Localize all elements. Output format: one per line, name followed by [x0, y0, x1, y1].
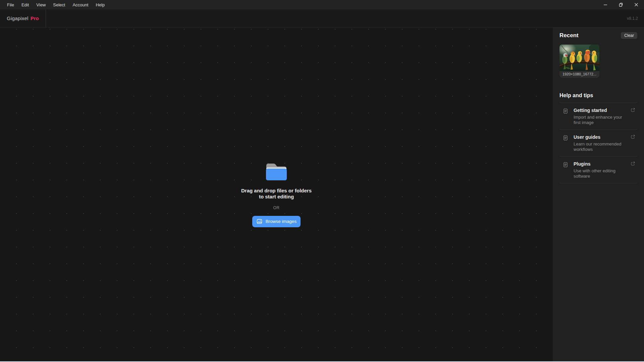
menu-help[interactable]: Help	[93, 1, 107, 8]
help-item-description: Learn our recommended workflows	[574, 141, 625, 152]
window-controls	[598, 0, 644, 9]
recent-item-card[interactable]: 1920×1080_16772...	[559, 45, 599, 78]
menu-file[interactable]: File	[5, 1, 16, 8]
minimize-button[interactable]	[598, 0, 613, 9]
menu-select[interactable]: Select	[51, 1, 67, 8]
help-item-texts: User guides Learn our recommended workfl…	[574, 134, 625, 152]
dropzone-title-line2: to start editing	[241, 194, 312, 200]
help-list: Getting started Import and enhance your …	[559, 103, 637, 183]
document-icon	[563, 108, 568, 114]
recent-thumbnail-parrots	[559, 45, 599, 71]
menubar: File Edit View Select Account Help	[0, 1, 107, 8]
recent-item-caption: 1920×1080_16772...	[559, 71, 599, 78]
dropzone-title: Drag and drop files or folders to start …	[241, 188, 312, 200]
external-link-icon	[631, 134, 635, 139]
dropzone-title-line1: Drag and drop files or folders	[241, 188, 312, 194]
external-link-icon	[631, 108, 635, 112]
or-divider-label: OR	[273, 205, 280, 210]
help-item-getting-started[interactable]: Getting started Import and enhance your …	[559, 103, 637, 129]
editor-canvas: Drag and drop files or folders to start …	[0, 27, 553, 361]
help-item-description: Use with other editing software	[574, 168, 625, 179]
recent-title: Recent	[559, 32, 579, 39]
help-item-title: Plugins	[574, 161, 625, 167]
document-icon	[563, 135, 568, 141]
version-label: v8.1.2	[627, 16, 644, 21]
menu-account[interactable]: Account	[70, 1, 91, 8]
close-icon	[634, 2, 639, 7]
help-item-plugins[interactable]: Plugins Use with other editing software	[559, 156, 637, 183]
tab-bar: Gigapixel Pro v8.1.2	[0, 9, 644, 27]
tab-gigapixel-pro[interactable]: Gigapixel Pro	[0, 9, 46, 27]
external-link-icon	[631, 161, 635, 166]
right-sidebar: Recent Clear	[553, 27, 644, 361]
folder-icon	[265, 162, 288, 181]
menu-edit[interactable]: Edit	[19, 1, 31, 8]
browse-images-button[interactable]: Browse images	[252, 216, 301, 227]
help-item-title: Getting started	[574, 108, 625, 113]
recent-header: Recent Clear	[559, 32, 637, 39]
help-item-description: Import and enhance your first image	[574, 115, 625, 125]
dropzone[interactable]: Drag and drop files or folders to start …	[241, 162, 312, 227]
minimize-icon	[603, 2, 608, 7]
clear-recent-button[interactable]: Clear	[621, 32, 637, 39]
pro-badge: Pro	[31, 15, 39, 21]
titlebar: File Edit View Select Account Help	[0, 0, 644, 9]
help-item-texts: Getting started Import and enhance your …	[574, 108, 625, 125]
menu-view[interactable]: View	[34, 1, 48, 8]
restore-icon	[618, 2, 624, 7]
browse-images-label: Browse images	[266, 219, 297, 224]
brand-name: Gigapixel	[7, 15, 28, 21]
help-item-title: User guides	[574, 134, 625, 140]
document-icon	[563, 162, 568, 168]
close-button[interactable]	[629, 0, 644, 9]
help-item-user-guides[interactable]: User guides Learn our recommended workfl…	[559, 129, 637, 156]
maximize-restore-button[interactable]	[613, 0, 629, 9]
help-and-tips-title: Help and tips	[559, 93, 637, 99]
image-icon	[256, 218, 263, 225]
help-item-texts: Plugins Use with other editing software	[574, 161, 625, 179]
